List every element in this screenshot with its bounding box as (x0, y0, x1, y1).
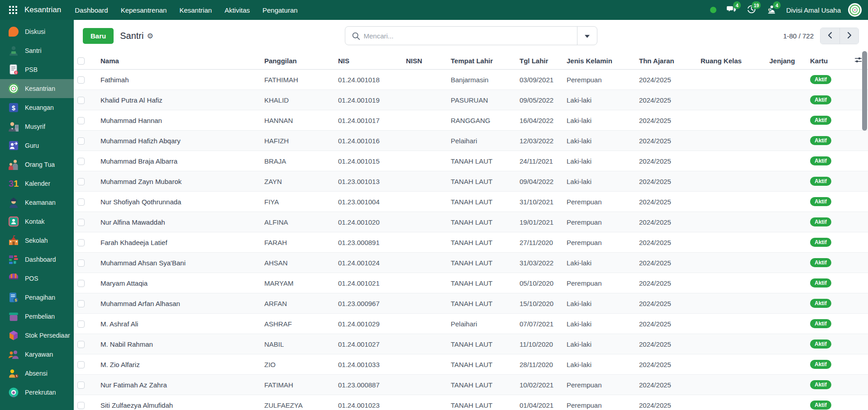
sidebar-item-karyawan[interactable]: Karyawan (0, 345, 74, 364)
row-checkbox[interactable] (77, 97, 85, 104)
sidebar-item-sekolah[interactable]: Sekolah (0, 231, 74, 250)
cell-tempat-lahir: TANAH LAUT (447, 232, 516, 253)
sidebar-item-pos[interactable]: POS (0, 269, 74, 288)
status-dot-icon (710, 7, 716, 13)
row-checkbox[interactable] (77, 76, 85, 84)
column-header-tgl-lahir[interactable]: Tgl Lahir (516, 52, 563, 70)
search-input[interactable] (364, 27, 577, 45)
row-checkbox[interactable] (77, 219, 85, 226)
search-dropdown-toggle[interactable] (577, 27, 597, 45)
user-menu[interactable]: Divisi Amal Usaha (786, 6, 841, 14)
column-header-nisn[interactable]: NISN (402, 52, 447, 70)
cell-ruang-kelas (697, 212, 766, 232)
table-row[interactable]: Muhammad Zayn MubarokZAYN01.23.001013TAN… (74, 171, 868, 192)
nav-item-kesantrian[interactable]: Kesantrian (173, 0, 218, 20)
table-row[interactable]: Nur Fatimah Az ZahraFATIMAH01.23.000887T… (74, 375, 868, 395)
column-header-nis[interactable]: NIS (334, 52, 402, 70)
table-row[interactable]: Nur Shofiyah QothrunnadaFIYA01.23.001004… (74, 192, 868, 212)
optional-columns-icon[interactable] (854, 57, 862, 63)
sidebar-item-orang-tua[interactable]: Orang Tua (0, 155, 74, 174)
row-checkbox[interactable] (77, 320, 85, 328)
table-row[interactable]: Farah Khadeeja LatiefFARAH01.23.000891TA… (74, 232, 868, 253)
table-row[interactable]: Khalid Putra Al HafizKHALID01.24.001019P… (74, 90, 868, 110)
column-header-tempat-lahir[interactable]: Tempat Lahir (447, 52, 516, 70)
column-header-jenis-kelamin[interactable]: Jenis Kelamin (563, 52, 635, 70)
cell-name: Muhammad Zayn Mubarok (97, 171, 261, 192)
brand-title[interactable]: Kesantrian (24, 5, 61, 14)
table-row[interactable]: Siti Zulfaezya AlmufidahZULFAEZYA01.24.0… (74, 395, 868, 410)
column-header-thn-ajaran[interactable]: Thn Ajaran (635, 52, 697, 70)
row-checkbox[interactable] (77, 300, 85, 307)
nav-item-dashboard[interactable]: Dashboard (68, 0, 114, 20)
gear-icon[interactable]: ⚙ (147, 32, 153, 40)
table-row[interactable]: M. Ashraf AliASHRAF01.24.001029Pelaihari… (74, 314, 868, 334)
sidebar-item-santri[interactable]: Santri (0, 41, 74, 60)
table-row[interactable]: Muhammad HannanHANNAN01.24.001017RANGGAN… (74, 110, 868, 131)
cell-jenis-kelamin: Laki-laki (563, 151, 635, 171)
sidebar-item-kontak[interactable]: Kontak (0, 212, 74, 231)
row-checkbox[interactable] (77, 239, 85, 246)
new-record-button[interactable]: Baru (83, 28, 114, 44)
row-checkbox[interactable] (77, 382, 85, 389)
table-row[interactable]: M. Nabil RahmanNABIL01.24.001027TANAH LA… (74, 334, 868, 354)
cell-nisn (402, 90, 447, 110)
cell-jenjang (766, 375, 806, 395)
sidebar-item-diskusi[interactable]: Diskusi (0, 22, 74, 41)
sidebar-item-keamanan[interactable]: Keamanan (0, 193, 74, 212)
column-header-kartu[interactable]: Kartu (806, 52, 851, 70)
activities-clock-icon[interactable]: 19 (744, 2, 759, 18)
cell-jenis-kelamin: Laki-laki (563, 334, 635, 354)
sidebar-item-kalender[interactable]: 31Kalender (0, 174, 74, 193)
row-checkbox[interactable] (77, 402, 85, 409)
vertical-scrollbar[interactable] (862, 51, 867, 131)
sidebar-item-stok-persediaan[interactable]: Stok Persediaan (0, 326, 74, 345)
table-row[interactable]: FathimahFATHIMAH01.24.001018Banjarmasin0… (74, 70, 868, 90)
avatar[interactable] (848, 3, 862, 17)
row-checkbox[interactable] (77, 137, 85, 145)
select-all-checkbox[interactable] (77, 57, 85, 65)
cell-ruang-kelas (697, 354, 766, 375)
nav-item-kepesantrenan[interactable]: Kepesantrenan (114, 0, 173, 20)
row-checkbox[interactable] (77, 341, 85, 348)
table-row[interactable]: Nur Alfina MawaddahALFINA01.24.001020TAN… (74, 212, 868, 232)
row-checkbox[interactable] (77, 361, 85, 368)
requests-user-icon[interactable]: $ 4 (763, 2, 779, 18)
status-badge: Aktif (810, 339, 831, 349)
table-row[interactable]: Muhammad Arfan AlhasanARFAN01.23.000967T… (74, 293, 868, 314)
sidebar-item-keuangan[interactable]: $Keuangan (0, 98, 74, 117)
sidebar-item-guru[interactable]: Guru (0, 136, 74, 155)
column-header-jenjang[interactable]: Jenjang (766, 52, 806, 70)
sidebar-item-absensi[interactable]: Absensi (0, 364, 74, 383)
row-checkbox[interactable] (77, 280, 85, 287)
sidebar-item-kesantrian[interactable]: Kesantrian (0, 79, 74, 98)
column-header-nama[interactable]: Nama (97, 52, 261, 70)
row-checkbox[interactable] (77, 117, 85, 124)
table-row[interactable]: Muhammad Ahsan Sya'BaniAHSAN01.24.001024… (74, 253, 868, 273)
nav-item-pengaturan[interactable]: Pengaturan (256, 0, 304, 20)
column-header-panggilan[interactable]: Panggilan (261, 52, 334, 70)
row-checkbox[interactable] (77, 198, 85, 206)
cell-ruang-kelas (697, 90, 766, 110)
pager-prev-button[interactable] (820, 28, 839, 44)
cell-nis: 01.23.000887 (334, 375, 402, 395)
pager-next-button[interactable] (839, 28, 858, 44)
messages-icon[interactable]: 4 (724, 2, 739, 18)
cell-jenis-kelamin: Perempuan (563, 192, 635, 212)
sidebar-item-pembelian[interactable]: Pembelian (0, 307, 74, 326)
row-checkbox[interactable] (77, 158, 85, 165)
sidebar-item-perekrutan[interactable]: Perekrutan (0, 383, 74, 402)
sidebar-item-psb[interactable]: PSB (0, 60, 74, 79)
cell-tgl-lahir: 12/03/2022 (516, 131, 563, 151)
row-checkbox[interactable] (77, 259, 85, 267)
row-checkbox[interactable] (77, 178, 85, 185)
column-header-ruang-kelas[interactable]: Ruang Kelas (697, 52, 766, 70)
table-row[interactable]: Muhammad Hafizh AbqaryHAFIZH01.24.001016… (74, 131, 868, 151)
nav-item-aktivitas[interactable]: Aktivitas (218, 0, 256, 20)
table-row[interactable]: M. Zio AlfarizZIO01.24.001033TANAH LAUT2… (74, 354, 868, 375)
sidebar-item-penagihan[interactable]: $Penagihan (0, 288, 74, 307)
sidebar-item-dashboard[interactable]: Dashboard (0, 250, 74, 269)
sidebar-item-musyrif[interactable]: Musyrif (0, 117, 74, 136)
table-row[interactable]: Maryam AttaqiaMARYAM01.24.001021TANAH LA… (74, 273, 868, 293)
table-row[interactable]: Muhammad Braja AlbarraBRAJA01.24.001015T… (74, 151, 868, 171)
apps-grid-icon[interactable] (6, 3, 20, 17)
